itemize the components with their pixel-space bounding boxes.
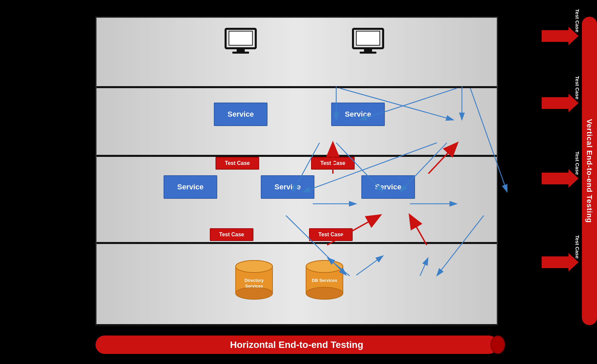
svg-marker-46	[542, 27, 579, 45]
service-box-4: Service	[261, 175, 314, 199]
db-services: DB Services	[304, 259, 345, 303]
main-container: Service Service Service Service Service …	[0, 0, 597, 364]
right-label-1: Test Case	[575, 9, 581, 33]
diagram-area: Service Service Service Service Service …	[96, 17, 498, 325]
right-label-2: Test Case	[575, 76, 581, 100]
right-arrow-section-3	[542, 169, 579, 188]
vertical-label-container: Vertical End-to-end Testing	[582, 17, 597, 325]
right-arrow-section-4	[542, 253, 579, 271]
svg-point-11	[236, 260, 273, 272]
svg-point-18	[306, 287, 343, 299]
layer-mid-services	[97, 157, 497, 244]
service-box-5: Service	[361, 175, 415, 199]
svg-point-19	[306, 260, 343, 272]
horizontal-bar: Horizontal End-to-end Testing	[96, 336, 498, 354]
svg-rect-1	[229, 31, 252, 45]
test-case-3: Test Case	[210, 228, 253, 241]
svg-rect-6	[364, 48, 372, 52]
svg-marker-48	[542, 169, 579, 188]
layer-clients	[97, 18, 497, 88]
horizontal-label: Horizontal End-to-end Testing	[230, 340, 363, 350]
svg-rect-3	[232, 52, 249, 54]
svg-rect-5	[356, 31, 380, 45]
right-label-3: Test Case	[575, 151, 581, 175]
monitor-2	[351, 28, 385, 55]
right-arrow-section-1	[542, 27, 579, 45]
test-case-2: Test Case	[311, 157, 355, 170]
right-label-4: Test Case	[575, 235, 581, 259]
vertical-label: Vertical End-to-end Testing	[585, 119, 594, 223]
svg-marker-49	[542, 253, 579, 271]
svg-text:Directory: Directory	[244, 278, 264, 283]
svg-rect-7	[360, 52, 376, 54]
layer-top-services	[97, 88, 497, 157]
svg-text:DB Services: DB Services	[312, 278, 337, 283]
svg-text:Services: Services	[245, 284, 263, 289]
svg-point-10	[236, 287, 273, 299]
service-box-2: Service	[331, 103, 385, 126]
db-directory: Directory Services	[234, 259, 274, 303]
service-box-3: Service	[164, 175, 217, 199]
service-box-1: Service	[214, 103, 267, 126]
test-case-1: Test Case	[216, 157, 259, 170]
layer-data	[97, 244, 497, 326]
svg-rect-2	[237, 48, 245, 52]
monitor-1	[224, 28, 257, 55]
right-arrow-section-2	[542, 94, 579, 112]
test-case-4: Test Case	[309, 228, 353, 241]
svg-marker-47	[542, 94, 579, 112]
